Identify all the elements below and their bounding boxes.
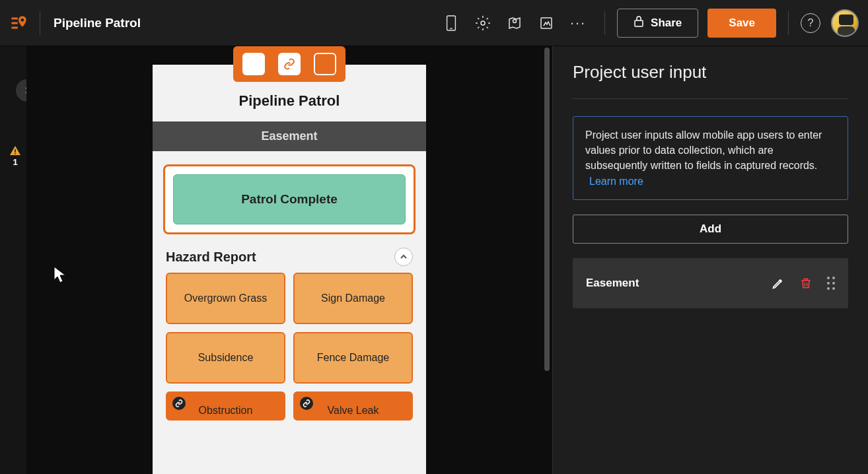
settings-button[interactable] [468, 9, 497, 38]
left-rail: 1 [0, 46, 26, 474]
element-tool-1[interactable] [242, 53, 265, 75]
svg-rect-7 [15, 149, 16, 152]
user-avatar[interactable] [831, 9, 859, 37]
delete-button[interactable] [798, 275, 814, 291]
input-label: Easement [586, 277, 758, 290]
svg-point-0 [21, 18, 24, 22]
info-box: Project user inputs allow mobile app use… [573, 116, 848, 200]
lock-icon [633, 15, 644, 30]
hazard-label: Valve Leak [328, 405, 379, 417]
hazard-tile[interactable]: Obstruction [166, 391, 285, 421]
divider [788, 11, 789, 35]
hazard-tile[interactable]: Subsidence [166, 332, 285, 384]
easement-band[interactable]: Easement [153, 121, 426, 151]
svg-rect-8 [15, 153, 16, 154]
warning-count: 1 [13, 157, 17, 167]
preview-title: Pipeline Patrol [153, 92, 426, 110]
link-icon [172, 397, 186, 410]
hazard-tile[interactable]: Sign Damage [293, 273, 413, 324]
divider [604, 11, 605, 35]
link-icon [300, 397, 313, 410]
hazard-tile[interactable]: Overgrown Grass [166, 273, 285, 324]
more-button[interactable]: ··· [563, 9, 593, 38]
scrollbar[interactable] [543, 46, 551, 376]
learn-more-link[interactable]: Learn more [589, 176, 643, 187]
panel-title: Project user input [573, 62, 848, 99]
edit-button[interactable] [770, 275, 786, 291]
svg-point-4 [513, 19, 517, 22]
primary-action-card[interactable]: Patrol Complete [163, 164, 416, 234]
patrol-complete-button[interactable]: Patrol Complete [173, 174, 406, 224]
save-button[interactable]: Save [707, 9, 776, 38]
drag-handle[interactable] [827, 277, 835, 290]
user-input-row[interactable]: Easement [573, 258, 848, 308]
hazard-tile[interactable]: Fence Damage [293, 332, 413, 384]
hazard-label: Obstruction [199, 405, 253, 417]
app-header: Pipeline Patrol ··· Share Save ? [0, 0, 868, 46]
logo-icon [9, 14, 28, 32]
help-button[interactable]: ? [801, 13, 820, 33]
app-title: Pipeline Patrol [54, 16, 141, 30]
app-logo[interactable] [9, 11, 40, 35]
info-text: Project user inputs allow mobile app use… [585, 129, 822, 171]
link-tool[interactable] [278, 53, 301, 75]
svg-point-3 [481, 21, 485, 25]
layers-button[interactable] [532, 9, 561, 38]
share-label: Share [651, 17, 682, 30]
resize-tool[interactable] [314, 53, 336, 75]
mobile-preview-button[interactable] [437, 9, 466, 38]
hazard-tile[interactable]: Valve Leak [293, 391, 413, 421]
warnings-indicator[interactable]: 1 [9, 145, 21, 167]
preview-canvas: Pipeline Patrol Easement Patrol Complete… [26, 46, 552, 474]
svg-rect-6 [635, 20, 643, 26]
phone-preview: Pipeline Patrol Easement Patrol Complete… [153, 65, 426, 474]
collapse-button[interactable] [394, 248, 413, 266]
header-tools: ··· [437, 9, 593, 38]
hazard-section: Hazard Report Overgrown Grass Sign Damag… [163, 248, 416, 421]
ellipsis-icon: ··· [570, 15, 586, 32]
map-button[interactable] [500, 9, 529, 38]
properties-panel: Project user input Project user inputs a… [552, 46, 868, 474]
share-button[interactable]: Share [617, 9, 698, 38]
element-toolbar [233, 46, 345, 82]
add-button[interactable]: Add [573, 215, 848, 244]
section-title: Hazard Report [166, 250, 256, 265]
